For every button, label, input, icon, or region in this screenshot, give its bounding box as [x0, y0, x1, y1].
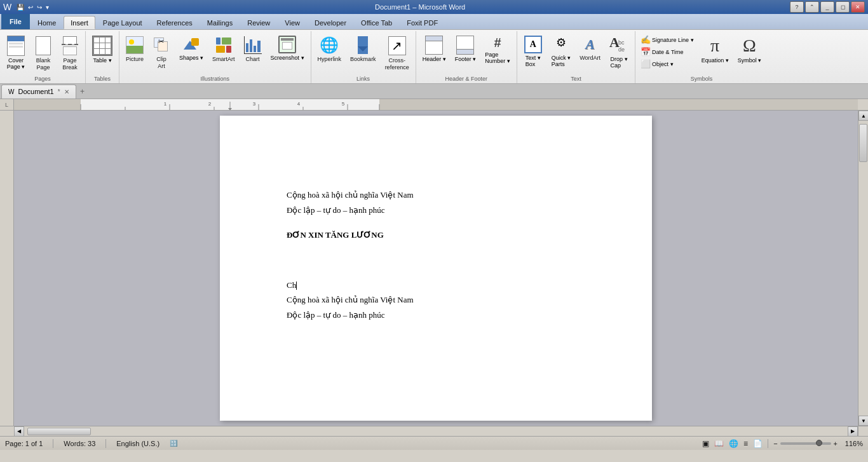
view-normal-btn[interactable]: ▣ — [702, 439, 709, 448]
ribbon-group-header-footer: Header ▾ Footer ▾ # PageN — [416, 31, 517, 83]
footer-btn[interactable]: Footer ▾ — [451, 34, 480, 63]
ribbon: File Home Insert Page Layout References … — [0, 14, 868, 84]
scroll-thumb[interactable] — [859, 124, 867, 162]
left-ruler-indicator — [0, 111, 14, 426]
tab-office-tab[interactable]: Office Tab — [354, 16, 399, 29]
pages-group-label: Pages — [3, 74, 83, 83]
object-btn[interactable]: ⬜ Object ▾ — [638, 58, 696, 70]
doc-mid-gap — [287, 219, 588, 229]
tab-references[interactable]: References — [150, 16, 200, 29]
customize-quickbtn[interactable]: ▾ — [44, 4, 50, 11]
symbols-group-items: ✍ Signature Line ▾ 📅 Date & Time ⬜ Objec… — [638, 32, 765, 74]
scroll-left-btn[interactable]: ◀ — [14, 426, 24, 437]
tab-developer[interactable]: Developer — [308, 16, 353, 29]
zoom-track[interactable] — [780, 442, 831, 445]
zoom-in-btn[interactable]: + — [834, 440, 837, 447]
doc-cursor-line[interactable]: Ch — [287, 279, 588, 292]
status-language: English (U.S.) — [116, 440, 159, 447]
horizontal-scrollbar[interactable]: ◀ ▶ — [14, 426, 858, 436]
date-time-btn[interactable]: 📅 Date & Time — [638, 46, 696, 58]
ribbon-group-text: A Text ▾Box ⚙ Quick ▾Parts A WordArt — [517, 31, 635, 83]
doc-top-gap — [287, 166, 588, 189]
quick-parts-btn[interactable]: ⚙ Quick ▾Parts — [548, 34, 575, 68]
h-scroll-thumb[interactable] — [27, 428, 91, 435]
redo-quickbtn[interactable]: ↪ — [36, 4, 43, 11]
view-outline-btn[interactable]: ≡ — [743, 439, 748, 448]
pages-group-items: CoverPage ▾ BlankPage PageBreak — [3, 32, 83, 74]
links-group-items: 🌐 Hyperlink Bookmark ↗ Cross-reference — [314, 32, 413, 74]
ribbon-group-illustrations: Picture ✂ ClipArt — [119, 31, 311, 83]
chart-btn[interactable]: Chart — [240, 34, 266, 65]
document-tab[interactable]: W Document1 * ✕ — [1, 85, 76, 99]
view-draft-btn[interactable]: 📄 — [753, 439, 763, 448]
tab-review[interactable]: Review — [240, 16, 277, 29]
table-btn[interactable]: Table ▾ — [88, 34, 116, 64]
new-tab-btn[interactable]: + — [76, 85, 89, 99]
svg-text:3: 3 — [253, 101, 256, 107]
page-break-btn[interactable]: PageBreak — [57, 34, 83, 74]
ribbon-minimize-btn[interactable]: ⌃ — [805, 1, 819, 13]
drop-cap-btn[interactable]: A bcde Drop ▾Cap — [606, 34, 632, 69]
signature-line-btn[interactable]: ✍ Signature Line ▾ — [638, 34, 696, 46]
tab-insert[interactable]: Insert — [64, 16, 95, 29]
hyperlink-btn[interactable]: 🌐 Hyperlink — [314, 34, 346, 65]
tab-file[interactable]: File — [1, 14, 30, 29]
doc-tab-close-btn[interactable]: ✕ — [64, 88, 69, 95]
ruler-svg: 1 2 3 4 5 — [14, 99, 858, 111]
close-btn[interactable]: ✕ — [851, 1, 865, 13]
cover-page-btn[interactable]: CoverPage ▾ — [3, 34, 29, 71]
svg-text:1: 1 — [164, 101, 167, 107]
screenshot-btn[interactable]: Screenshot ▾ — [267, 34, 308, 62]
svg-rect-1 — [379, 99, 858, 111]
save-quickbtn[interactable]: 💾 — [15, 4, 25, 11]
tab-mailings[interactable]: Mailings — [200, 16, 240, 29]
equation-btn[interactable]: π Equation ▾ — [698, 34, 733, 64]
restore-btn[interactable]: ◻ — [836, 1, 850, 13]
shapes-btn[interactable]: Shapes ▾ — [175, 34, 207, 62]
title-bar: W 💾 ↩ ↪ ▾ Document1 – Microsoft Word ? ⌃… — [0, 0, 868, 14]
bottom-left-corner — [0, 426, 14, 436]
minimize-btn[interactable]: _ — [820, 1, 834, 13]
zoom-control[interactable]: − + — [773, 440, 837, 447]
symbol-btn[interactable]: Ω Symbol ▾ — [734, 34, 766, 64]
blank-page-btn[interactable]: BlankPage — [31, 34, 56, 74]
bookmark-btn[interactable]: Bookmark — [346, 34, 380, 65]
vertical-scrollbar[interactable]: ▲ ▼ — [858, 111, 868, 426]
document-page[interactable]: Cộng hoà xã hội chủ nghĩa Việt Nam Độc l… — [220, 116, 652, 421]
text-box-btn[interactable]: A Text ▾Box — [520, 34, 546, 68]
picture-btn[interactable]: Picture — [122, 34, 147, 65]
view-web-btn[interactable]: 🌐 — [729, 439, 738, 448]
wordart-btn[interactable]: A WordArt — [576, 34, 604, 64]
header-btn[interactable]: Header ▾ — [419, 34, 450, 63]
scroll-down-btn[interactable]: ▼ — [858, 416, 868, 426]
zoom-level[interactable]: 116% — [843, 440, 863, 447]
doc-tab-label: Document1 — [18, 88, 53, 95]
tables-group-items: Table ▾ — [88, 32, 116, 74]
document-scroll-area[interactable]: Cộng hoà xã hội chủ nghĩa Việt Nam Độc l… — [14, 111, 858, 426]
status-divider-3 — [768, 439, 768, 448]
scroll-right-btn[interactable]: ▶ — [848, 426, 858, 437]
scroll-up-btn[interactable]: ▲ — [858, 111, 868, 121]
tab-foxit-pdf[interactable]: Foxit PDF — [400, 16, 445, 29]
tab-page-layout[interactable]: Page Layout — [96, 16, 149, 29]
tab-view[interactable]: View — [278, 16, 307, 29]
cross-reference-btn[interactable]: ↗ Cross-reference — [381, 34, 413, 74]
text-group-label: Text — [520, 74, 632, 83]
ruler-right-end — [858, 99, 868, 111]
tab-home[interactable]: Home — [31, 16, 63, 29]
ribbon-tab-bar: File Home Insert Page Layout References … — [0, 14, 868, 29]
view-reading-btn[interactable]: 📖 — [714, 439, 724, 448]
h-scroll-track[interactable] — [24, 428, 848, 435]
clip-art-btn[interactable]: ✂ ClipArt — [149, 34, 174, 72]
zoom-out-btn[interactable]: − — [773, 440, 777, 447]
undo-quickbtn[interactable]: ↩ — [27, 4, 34, 11]
help-btn[interactable]: ? — [790, 1, 804, 13]
scroll-track[interactable] — [858, 121, 868, 416]
doc-title-line: ĐƠN XIN TĂNG LƯƠNG — [287, 229, 588, 241]
page-number-btn[interactable]: # PageNumber ▾ — [481, 34, 514, 65]
zoom-thumb[interactable] — [816, 440, 822, 446]
smartart-btn[interactable]: SmartArt — [208, 34, 239, 65]
doc-line-repeat-2: Độc lập – tự do – hạnh phúc — [287, 309, 588, 322]
ribbon-content: CoverPage ▾ BlankPage PageBreak — [0, 29, 868, 83]
status-page: Page: 1 of 1 — [5, 440, 43, 447]
